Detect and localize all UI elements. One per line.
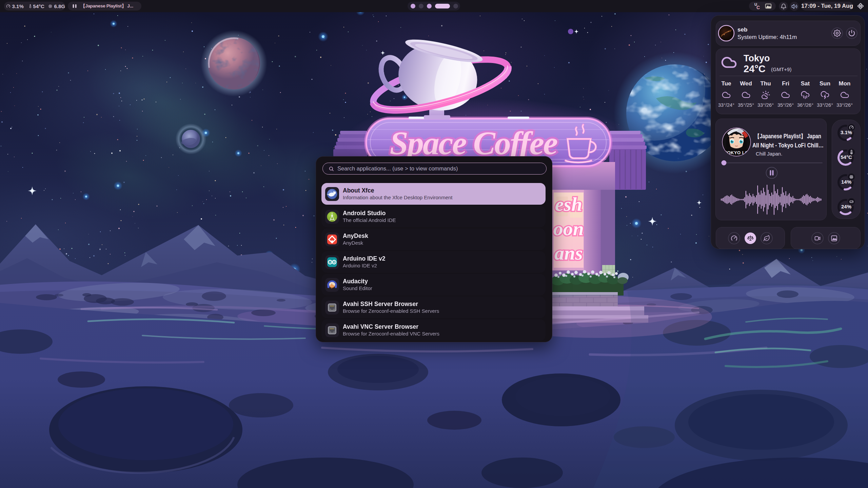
svg-text:35°/25°: 35°/25°	[738, 102, 754, 108]
svg-text:14%: 14%	[841, 179, 851, 185]
svg-text:54°C: 54°C	[841, 154, 852, 160]
svg-text:24°C: 24°C	[744, 63, 766, 74]
svg-text:ans: ans	[554, 242, 583, 264]
svg-text:Wed: Wed	[740, 80, 752, 87]
svg-text:Space Coffee: Space Coffee	[390, 125, 557, 161]
svg-text:Mon: Mon	[839, 80, 851, 87]
svg-text:33°/26°: 33°/26°	[757, 102, 774, 108]
svg-text:35°/26°: 35°/26°	[777, 102, 794, 108]
svg-text:24%: 24%	[841, 204, 851, 209]
svg-text:System Uptime: 4h11m: System Uptime: 4h11m	[737, 34, 797, 40]
svg-text:36°/26°: 36°/26°	[797, 102, 813, 108]
svg-text:C: C	[756, 5, 760, 10]
svg-text:Thu: Thu	[760, 80, 771, 87]
svg-text:(GMT+9): (GMT+9)	[771, 66, 791, 72]
svg-text:All Night - Tokyo LoFi Chill…: All Night - Tokyo LoFi Chill…	[752, 142, 824, 149]
svg-text:oon: oon	[553, 218, 584, 240]
svg-text:Sun: Sun	[820, 80, 830, 87]
svg-text:TOKYO LO: TOKYO LO	[724, 150, 749, 155]
svg-text:Sat: Sat	[801, 80, 810, 87]
svg-text:33°/26°: 33°/26°	[836, 102, 853, 108]
svg-text:esh: esh	[555, 193, 583, 215]
svg-text:Tue: Tue	[722, 80, 731, 87]
svg-text:Tokyo: Tokyo	[744, 53, 770, 63]
svg-text:【Japanese Playlist】 Japan: 【Japanese Playlist】 Japan	[755, 133, 821, 140]
svg-text:Fri: Fri	[782, 80, 789, 87]
svg-text:seb: seb	[737, 26, 747, 33]
svg-text:33°/26°: 33°/26°	[817, 102, 833, 108]
svg-text:33°/24°: 33°/24°	[718, 102, 734, 108]
svg-text:3.1%: 3.1%	[841, 129, 852, 135]
svg-text:Chill Japan.: Chill Japan.	[756, 151, 782, 157]
